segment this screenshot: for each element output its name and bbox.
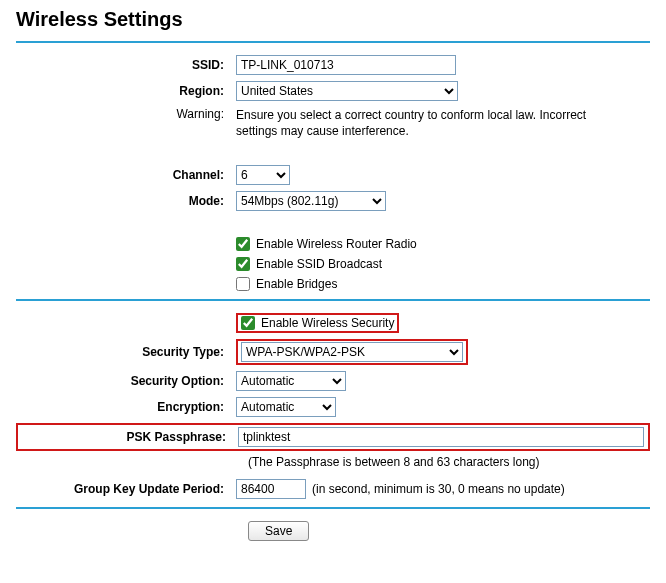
mode-label: Mode:	[16, 194, 236, 208]
separator-mid	[16, 299, 650, 301]
enable-bridges-checkbox[interactable]	[236, 277, 250, 291]
ssid-input[interactable]	[236, 55, 456, 75]
enable-router-radio-checkbox[interactable]	[236, 237, 250, 251]
psk-passphrase-input[interactable]	[238, 427, 644, 447]
group-key-input[interactable]	[236, 479, 306, 499]
psk-passphrase-label: PSK Passphrase:	[22, 430, 238, 444]
psk-passphrase-highlight: PSK Passphrase:	[16, 423, 650, 451]
group-key-label: Group Key Update Period:	[16, 482, 236, 496]
enable-wireless-security-checkbox[interactable]	[241, 316, 255, 330]
mode-select[interactable]: 54Mbps (802.11g)	[236, 191, 386, 211]
enable-ssid-broadcast-checkbox[interactable]	[236, 257, 250, 271]
save-button[interactable]: Save	[248, 521, 309, 541]
enable-ssid-broadcast-label: Enable SSID Broadcast	[256, 257, 382, 271]
page-title: Wireless Settings	[16, 8, 650, 31]
region-label: Region:	[16, 84, 236, 98]
ssid-label: SSID:	[16, 58, 236, 72]
security-type-select[interactable]: WPA-PSK/WPA2-PSK	[241, 342, 463, 362]
encryption-select[interactable]: Automatic	[236, 397, 336, 417]
encryption-label: Encryption:	[16, 400, 236, 414]
enable-wireless-security-label: Enable Wireless Security	[261, 316, 394, 330]
security-type-label: Security Type:	[16, 345, 236, 359]
warning-label: Warning:	[16, 107, 236, 121]
enable-bridges-label: Enable Bridges	[256, 277, 337, 291]
region-select[interactable]: United States	[236, 81, 458, 101]
separator-top	[16, 41, 650, 43]
security-option-label: Security Option:	[16, 374, 236, 388]
channel-label: Channel:	[16, 168, 236, 182]
security-option-select[interactable]: Automatic	[236, 371, 346, 391]
channel-select[interactable]: 6	[236, 165, 290, 185]
separator-bottom	[16, 507, 650, 509]
enable-router-radio-label: Enable Wireless Router Radio	[256, 237, 417, 251]
passphrase-note: (The Passphrase is between 8 and 63 char…	[248, 455, 650, 469]
group-key-note: (in second, minimum is 30, 0 means no up…	[312, 482, 565, 496]
enable-security-highlight: Enable Wireless Security	[236, 313, 399, 333]
warning-text: Ensure you select a correct country to c…	[236, 107, 616, 139]
security-type-highlight: WPA-PSK/WPA2-PSK	[236, 339, 468, 365]
